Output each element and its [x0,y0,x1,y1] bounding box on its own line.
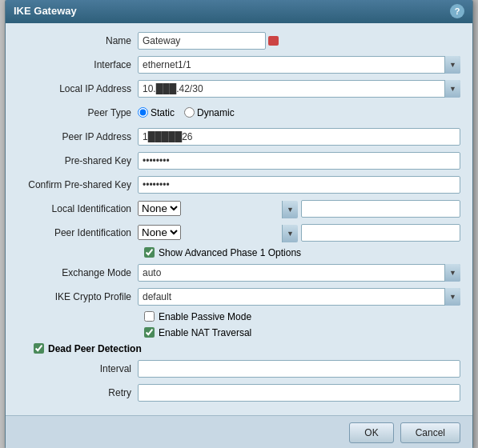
dialog-footer: OK Cancel [6,415,472,449]
peer-ip-field-wrapper [138,128,460,146]
peer-id-wrapper: None ▼ [138,224,460,242]
interval-row: Interval 10 [18,359,460,378]
retry-row: Retry 5 [18,383,460,402]
exchange-mode-wrapper: auto ▼ [138,264,460,282]
peer-id-dropdown[interactable]: None ▼ [138,225,298,240]
static-radio[interactable] [138,107,148,118]
confirm-preshared-input[interactable] [138,176,460,194]
interface-label: Interface [18,59,138,70]
interval-label: Interval [18,363,138,374]
peer-type-label: Peer Type [18,107,138,118]
local-id-text-input[interactable] [301,200,460,218]
preshared-label: Pre-shared Key [18,155,138,166]
dead-peer-checkbox[interactable] [34,343,44,354]
local-id-dropdown[interactable]: None ▼ [138,201,298,216]
local-ip-row: Local IP Address 10.███.42/30 ▼ [18,79,460,98]
dialog-title: IKE Gateway [14,5,77,17]
dynamic-radio-label[interactable]: Dynamic [184,107,235,118]
nat-traversal-row: Enable NAT Traversal [18,327,460,338]
name-row: Name [18,31,460,50]
peer-ip-row: Peer IP Address [18,127,460,146]
static-label: Static [151,107,175,118]
local-id-arrow: ▼ [282,201,298,218]
ike-crypto-row: IKE Crypto Profile default ▼ [18,287,460,306]
static-radio-label[interactable]: Static [138,107,175,118]
dynamic-label: Dynamic [197,107,235,118]
passive-mode-row: Enable Passive Mode [18,311,460,322]
dead-peer-text: Dead Peer Detection [48,343,142,354]
cancel-button[interactable]: Cancel [400,422,460,443]
nat-traversal-label[interactable]: Enable NAT Traversal [144,327,251,338]
retry-label: Retry [18,387,138,398]
confirm-preshared-row: Confirm Pre-shared Key [18,175,460,194]
dynamic-radio[interactable] [184,107,195,118]
dead-peer-row: Dead Peer Detection [18,343,460,354]
passive-mode-checkbox[interactable] [144,311,155,322]
peer-id-select[interactable]: None [138,225,181,240]
peer-id-text-input[interactable] [301,224,460,242]
preshared-row: Pre-shared Key [18,151,460,170]
show-advanced-text: Show Advanced Phase 1 Options [159,247,301,258]
peer-id-arrow: ▼ [282,225,298,242]
dead-peer-label[interactable]: Dead Peer Detection [34,343,142,354]
peer-ip-label: Peer IP Address [18,131,138,142]
exchange-mode-dropdown[interactable]: auto ▼ [138,264,460,282]
passive-mode-text: Enable Passive Mode [159,311,251,322]
local-ip-label: Local IP Address [18,83,138,94]
ok-button[interactable]: OK [349,422,393,443]
ike-crypto-label: IKE Crypto Profile [18,291,138,302]
interface-select[interactable]: ethernet1/1 [138,56,460,74]
local-ip-dropdown[interactable]: 10.███.42/30 ▼ [138,80,460,98]
show-advanced-row: Show Advanced Phase 1 Options [18,247,460,258]
title-bar: IKE Gateway ? [6,0,472,23]
local-id-label: Local Identification [18,203,138,214]
passive-mode-label[interactable]: Enable Passive Mode [144,311,251,322]
interface-row: Interface ethernet1/1 ▼ [18,55,460,74]
peer-type-options: Static Dynamic [138,107,460,118]
exchange-mode-row: Exchange Mode auto ▼ [18,263,460,282]
exchange-mode-select[interactable]: auto [138,264,460,282]
confirm-preshared-label: Confirm Pre-shared Key [18,179,138,190]
peer-type-row: Peer Type Static Dynamic [18,103,460,122]
retry-field-wrapper: 5 [138,384,460,402]
ike-gateway-dialog: IKE Gateway ? Name Interface ethernet1/1… [5,0,473,448]
ike-crypto-select[interactable]: default [138,288,460,306]
retry-input[interactable]: 5 [138,384,460,402]
local-ip-select-wrapper: 10.███.42/30 ▼ [138,80,460,98]
interface-dropdown[interactable]: ethernet1/1 ▼ [138,56,460,74]
preshared-field-wrapper [138,152,460,170]
preshared-input[interactable] [138,152,460,170]
local-id-wrapper: None ▼ [138,200,460,218]
peer-ip-input[interactable] [138,128,460,146]
exchange-mode-label: Exchange Mode [18,267,138,278]
nat-traversal-text: Enable NAT Traversal [159,327,251,338]
help-icon[interactable]: ? [450,4,464,18]
interface-select-wrapper: ethernet1/1 ▼ [138,56,460,74]
confirm-preshared-field-wrapper [138,176,460,194]
local-ip-select[interactable]: 10.███.42/30 [138,80,460,98]
local-id-select[interactable]: None [138,201,181,216]
name-redacted [268,36,278,46]
form-content: Name Interface ethernet1/1 ▼ Local IP Ad… [6,23,472,415]
ike-crypto-wrapper: default ▼ [138,288,460,306]
name-field-wrapper [138,32,460,50]
name-input[interactable] [138,32,266,50]
show-advanced-checkbox[interactable] [144,247,155,258]
peer-id-row: Peer Identification None ▼ [18,223,460,242]
interval-input[interactable]: 10 [138,360,460,378]
show-advanced-label[interactable]: Show Advanced Phase 1 Options [144,247,301,258]
peer-id-label: Peer Identification [18,227,138,238]
name-label: Name [18,35,138,46]
ike-crypto-dropdown[interactable]: default ▼ [138,288,460,306]
peer-type-radio-group: Static Dynamic [138,107,460,118]
local-id-row: Local Identification None ▼ [18,199,460,218]
nat-traversal-checkbox[interactable] [144,327,155,338]
interval-field-wrapper: 10 [138,360,460,378]
